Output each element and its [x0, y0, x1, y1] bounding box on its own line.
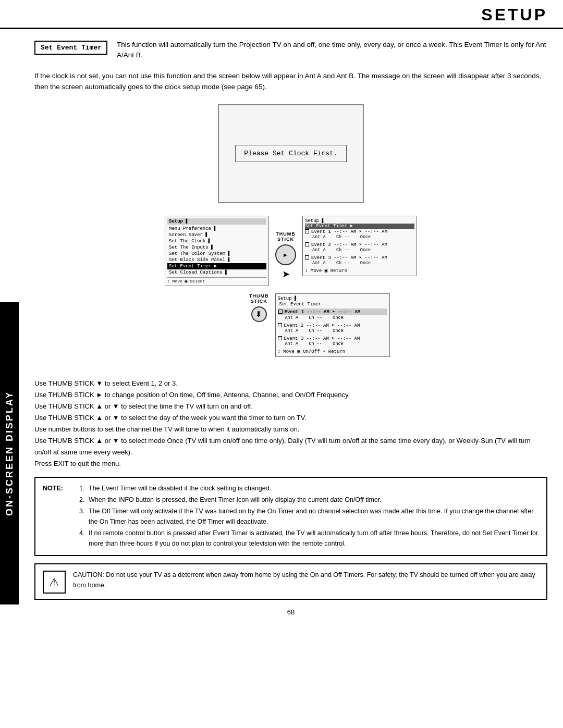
instructions-section: Use THUMB STICK ▼ to select Event 1, 2 o… — [19, 378, 563, 470]
event2-row: Event 2 --:-- AM ➤ --:-- AM Ant A Ch -- … — [305, 242, 414, 253]
left-menu-screen: Setup ▌ Menu Preference ▌ Screen Saver ▌… — [165, 216, 269, 286]
event3-checkbox — [305, 255, 309, 260]
right-screen-header: Setup ▌ — [305, 218, 414, 224]
right-screen-sub-header: Set Event Timer ► — [305, 224, 414, 229]
note-box: NOTE: 1. The Event Timer will be disable… — [34, 477, 547, 556]
instruction-4: Use THUMB STICK ▲ or ▼ to select the day… — [34, 412, 547, 424]
menu-item-7: Set Event Timer ► — [167, 263, 266, 269]
instruction-1: Use THUMB STICK ▼ to select Event 1, 2 o… — [34, 378, 547, 389]
note-item-3: The Off Timer will only activate if the … — [89, 506, 539, 527]
bottom-screen-header: Setup ▌ — [278, 296, 387, 301]
thumb-stick-circle-bottom: ⬇ — [251, 306, 267, 322]
thumb-stick-bottom: THUMB STICK ⬇ — [249, 293, 269, 323]
bottom-event1-checkbox — [278, 310, 283, 314]
bottom-event3-row: Event 3 --:-- AM ➤ --:-- AM Ant A Ch -- … — [278, 336, 387, 347]
note-title: NOTE: — [43, 485, 63, 492]
caution-title: CAUTION: — [73, 571, 104, 578]
please-set-clock-text: Please Set Clock First. — [244, 150, 337, 157]
diagram-area: Setup ▌ Menu Preference ▌ Screen Saver ▌… — [114, 216, 468, 357]
event3-row: Event 3 --:-- AM ➤ --:-- AM Ant A Ch -- … — [305, 255, 414, 266]
sidebar-label: ON-SCREEN DISPLAY — [0, 302, 19, 604]
bottom-screen-footer: ↕ Move ▣ On/Off • Return — [278, 349, 387, 354]
bottom-event2-checkbox — [278, 323, 282, 327]
instruction-5: Use number buttons to set the channel th… — [34, 424, 547, 435]
right-screen-footer: ↕ Move ▣ Return — [305, 268, 414, 274]
main-content: Set Event Timer This function will autom… — [19, 29, 563, 378]
set-event-timer-label: Set Event Timer — [34, 41, 107, 55]
page-number: 68 — [34, 608, 547, 616]
bottom-section: NOTE: 1. The Event Timer will be disable… — [19, 477, 563, 616]
diagram-bottom-row: THUMB STICK ⬇ Setup ▌ Set Event Timer — [114, 293, 468, 357]
instruction-3: Use THUMB STICK ▲ or ▼ to select the tim… — [34, 401, 547, 412]
bottom-event1-row: Event 1 --:-- AM ➤ --:-- AM Ant A Ch -- … — [278, 309, 387, 320]
page-title: SETUP — [16, 5, 547, 24]
caution-text: Do not use your TV as a deterrent when a… — [73, 571, 535, 589]
left-screen-wrapper: Setup ▌ Menu Preference ▌ Screen Saver ▌… — [165, 216, 269, 286]
please-set-clock-container: Please Set Clock First. — [34, 104, 547, 203]
menu-item-8: Set Closed Captions ▌ — [167, 269, 266, 276]
note-row-2: 2. When the INFO button is pressed, the … — [79, 495, 539, 505]
event1-row: Event 1 --:-- AM ➤ --:-- AM Ant A Ch -- … — [305, 229, 414, 240]
bottom-screen-wrapper: Setup ▌ Set Event Timer Event 1 --:-- AM… — [275, 293, 390, 357]
menu-item-5: Set The Color System ▌ — [167, 251, 266, 257]
instruction-6: Use THUMB STICK ▲ or ▼ to select mode On… — [34, 435, 547, 458]
menu-item-1: Menu Preference ▌ — [167, 226, 266, 232]
right-screen-top-wrapper: Setup ▌ Set Event Timer ► Event 1 --:-- … — [302, 216, 417, 276]
note-item-1: The Event Timer will be disabled if the … — [89, 483, 271, 493]
instruction-7: Press EXIT to quit the menu. — [34, 458, 547, 470]
note-row-4: 4. If no remote control button is presse… — [79, 528, 539, 549]
bottom-event2-row: Event 2 --:-- AM ➤ --:-- AM Ant A Ch -- … — [278, 323, 387, 334]
page-header: SETUP — [0, 0, 563, 29]
bottom-event3-checkbox — [278, 336, 282, 340]
middle-controls: THUMB STICK ► ➤ — [269, 216, 302, 280]
arrow-right-1: ➤ — [282, 268, 290, 280]
bottom-screen: Setup ▌ Set Event Timer Event 1 --:-- AM… — [275, 293, 390, 357]
menu-item-6: Set Black Side Panel ▌ — [167, 257, 266, 263]
left-screen-footer: ↕ Move ▣ Select — [167, 277, 266, 283]
left-screen-header: Setup ▌ — [167, 218, 266, 225]
diagram-top-row: Setup ▌ Menu Preference ▌ Screen Saver ▌… — [114, 216, 468, 286]
thumb-stick-circle-top: ► — [275, 244, 296, 265]
caution-icon: ⚠ — [43, 571, 66, 594]
event2-checkbox — [305, 242, 309, 246]
set-event-timer-section: Set Event Timer This function will autom… — [34, 40, 547, 61]
bottom-screen-sub-header: Set Event Timer — [278, 301, 387, 307]
note-row-3: 3. The Off Timer will only activate if t… — [79, 506, 539, 527]
note-row-1: 1. The Event Timer will be disabled if t… — [79, 483, 539, 493]
note-item-2: When the INFO button is pressed, the Eve… — [89, 495, 382, 505]
note-item-4: If no remote control button is pressed a… — [89, 528, 539, 549]
thumb-stick-top: THUMB STICK ► — [275, 231, 296, 266]
right-screen-top: Setup ▌ Set Event Timer ► Event 1 --:-- … — [302, 216, 417, 276]
set-event-timer-desc: This function will automatically turn th… — [117, 40, 547, 61]
caution-box: ⚠ CAUTION: Do not use your TV as a deter… — [34, 563, 547, 600]
menu-item-2: Screen Saver ▌ — [167, 232, 266, 238]
event1-checkbox — [305, 229, 309, 233]
intro-text: If the clock is not set, you can not use… — [34, 70, 547, 93]
tv-screen-large: Please Set Clock First. — [218, 104, 364, 203]
menu-item-3: Set The Clock ▌ — [167, 238, 266, 244]
instruction-2: Use THUMB STICK ► to change position of … — [34, 389, 547, 401]
please-set-clock-box: Please Set Clock First. — [235, 145, 346, 162]
menu-item-4: Set The Inputs ▌ — [167, 244, 266, 251]
thumb-stick-bottom-wrapper: THUMB STICK ⬇ — [249, 293, 269, 323]
